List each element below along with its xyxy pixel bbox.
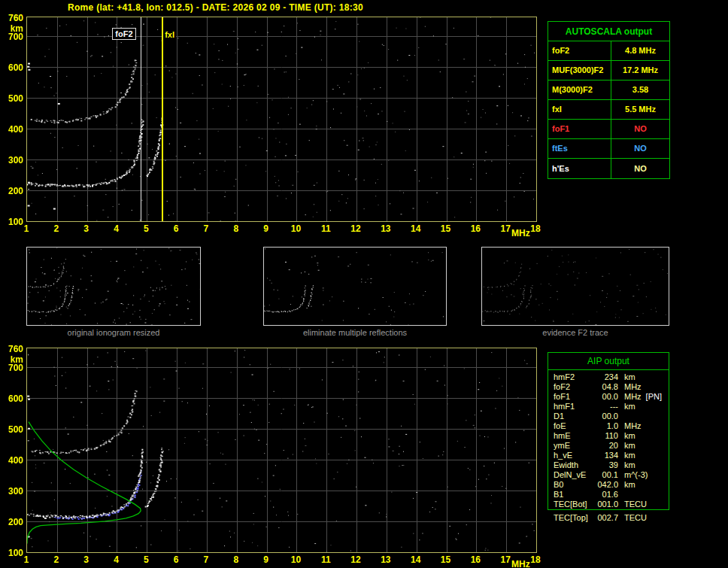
aip-param: hmF2 xyxy=(554,372,593,382)
x-tick-label: 5 xyxy=(138,555,154,564)
aip-row: B101.6 xyxy=(548,490,669,500)
aip-row: B0042.0km xyxy=(548,480,669,490)
y-tick-label: 500 xyxy=(2,425,23,434)
aip-row: hmE110km xyxy=(548,431,669,441)
x-tick-label: 13 xyxy=(378,224,394,233)
aip-param: Ewidth xyxy=(554,460,593,470)
aip-param: B1 xyxy=(554,490,593,500)
x-tick-label: 5 xyxy=(138,224,154,233)
y-tick-label: 500 xyxy=(2,94,23,103)
x-tick-label: 8 xyxy=(228,555,244,564)
aip-value: 002.7 xyxy=(593,513,618,523)
x-tick-label: 12 xyxy=(347,224,364,233)
x-tick-label: 8 xyxy=(228,224,244,233)
autoscala-row: MUF(3000)F217.2 MHz xyxy=(548,61,669,80)
x-tick-label: 3 xyxy=(78,224,95,233)
x-tick-label: 6 xyxy=(168,555,184,564)
aip-unit: MHz xyxy=(624,421,642,431)
x-tick-label: 15 xyxy=(438,224,454,233)
thumbnail-caption-no-multiples: eliminate multiple reflections xyxy=(263,328,447,337)
autoscala-param: foF2 xyxy=(548,41,611,60)
x-tick-label: 7 xyxy=(198,224,214,233)
aip-tec-top-row: TEC[Top]002.7TECU xyxy=(548,513,669,523)
x-tick-label: 9 xyxy=(258,555,275,564)
autoscala-param: foF1 xyxy=(548,120,611,138)
autoscala-row: foF24.8 MHz xyxy=(548,41,669,61)
aip-row: Ewidth39km xyxy=(548,460,669,470)
aip-row: DelN_vE00.1m^(-3) xyxy=(548,470,669,480)
aip-value: 01.6 xyxy=(593,490,618,500)
autoscala-param: h'Es xyxy=(548,159,611,178)
aip-value: 234 xyxy=(593,372,618,382)
y-tick-label: 400 xyxy=(2,456,23,465)
profile-ionogram-canvas xyxy=(26,348,537,553)
x-tick-label: 14 xyxy=(408,224,424,233)
autoscala-row: h'EsNO xyxy=(548,159,669,178)
aip-row: ymE20km xyxy=(548,441,669,451)
x-tick-label: 2 xyxy=(48,555,65,564)
autoscala-value: 4.8 MHz xyxy=(611,41,669,60)
autoscala-param: M(3000)F2 xyxy=(548,80,611,99)
aip-value: 39 xyxy=(593,460,618,470)
thumbnail-caption-f2-trace: evidence F2 trace xyxy=(481,328,669,337)
autoscala-value: 5.5 MHz xyxy=(611,100,669,119)
autoscala-row: fxI5.5 MHz xyxy=(548,100,669,120)
thumbnail-f2-trace-canvas xyxy=(481,247,669,326)
x-tick-label: 10 xyxy=(287,555,304,564)
x-tick-label: 16 xyxy=(467,224,484,233)
aip-row: foE1.0MHz xyxy=(548,421,669,431)
x-tick-label: 11 xyxy=(317,555,334,564)
x-tick-label: 1 xyxy=(18,555,35,564)
aip-pn-flag: [PN] xyxy=(646,392,662,402)
x-tick-label: 7 xyxy=(198,555,214,564)
x-tick-label: 9 xyxy=(258,224,275,233)
aip-row: D100.0 xyxy=(548,412,669,421)
autoscala-row: ftEsNO xyxy=(548,139,669,159)
main-ionogram-canvas xyxy=(26,17,537,222)
aip-unit: km xyxy=(624,451,635,460)
y-tick-label: 600 xyxy=(2,63,23,72)
y-tick-label: 760 xyxy=(2,14,23,23)
aip-output-table: AIP output hmF2234kmfoF204.8MHzfoF100.0M… xyxy=(548,352,669,510)
x-tick-label: 13 xyxy=(378,555,394,564)
x-tick-label: 12 xyxy=(347,555,364,564)
aip-value: 042.0 xyxy=(593,480,618,490)
autoscala-output-table: AUTOSCALA output foF24.8 MHzMUF(3000)F21… xyxy=(548,21,670,179)
autoscala-param: fxI xyxy=(548,100,611,119)
aip-param: ymE xyxy=(554,441,593,451)
autoscala-param: ftEs xyxy=(548,139,611,158)
aip-param: foE xyxy=(554,421,593,431)
y-tick-label: 300 xyxy=(2,487,23,496)
autoscala-row: M(3000)F23.58 xyxy=(548,80,669,100)
fxi-marker-label: fxI xyxy=(163,29,176,40)
aip-value: 00.0 xyxy=(593,412,618,421)
thumbnail-no-multiples-canvas xyxy=(263,247,447,326)
y-tick-label: 400 xyxy=(2,125,23,134)
aip-param: foF2 xyxy=(554,382,593,392)
aip-unit: km xyxy=(624,460,635,470)
aip-row: foF100.0MHz[PN] xyxy=(548,392,669,402)
autoscala-row: foF1NO xyxy=(548,120,669,139)
autoscala-value: NO xyxy=(611,139,669,158)
aip-param: hmF1 xyxy=(554,402,593,412)
x-tick-label: 14 xyxy=(408,555,424,564)
aip-row: TEC[Bot]001.0TECU xyxy=(548,500,669,509)
aip-row: hmF1---km xyxy=(548,402,669,412)
aip-value: --- xyxy=(593,402,618,412)
aip-param: B0 xyxy=(554,480,593,490)
aip-unit: km xyxy=(624,372,635,382)
x-tick-label: 4 xyxy=(108,224,124,233)
autoscala-value: 3.58 xyxy=(611,80,669,99)
y-tick-label: 760 xyxy=(2,345,23,354)
aip-unit: km xyxy=(624,402,635,412)
aip-unit: km xyxy=(624,441,635,451)
page-title: Rome (lat: +41.8, lon: 012.5) - DATE: 20… xyxy=(68,2,363,13)
aip-value: 20 xyxy=(593,441,618,451)
aip-param: h_vE xyxy=(554,451,593,460)
autoscala-param: MUF(3000)F2 xyxy=(548,61,611,80)
y-tick-label: 200 xyxy=(2,187,23,196)
x-tick-label: 15 xyxy=(438,555,454,564)
autoscala-value: 17.2 MHz xyxy=(611,61,669,80)
x-tick-label: 4 xyxy=(108,555,124,564)
aip-unit: MHz xyxy=(624,392,642,402)
